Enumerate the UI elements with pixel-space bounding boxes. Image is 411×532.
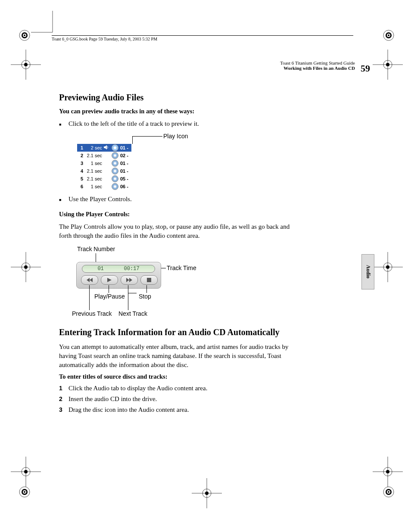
bullet-icon: ■ bbox=[59, 195, 68, 204]
list-item: 2Insert the audio CD into the drive. bbox=[59, 395, 300, 403]
track-title: 01 - bbox=[120, 168, 131, 174]
track-title: 05 - bbox=[120, 176, 131, 181]
svg-point-27 bbox=[24, 265, 28, 269]
track-index: 3 bbox=[77, 161, 83, 166]
disc-icon bbox=[112, 160, 118, 167]
svg-point-35 bbox=[24, 470, 28, 473]
track-duration: 1 sec bbox=[85, 184, 102, 189]
page-number: 59 bbox=[361, 63, 370, 74]
callout-label-play-icon: Play Icon bbox=[163, 133, 188, 140]
registration-mark-icon bbox=[17, 28, 32, 43]
svg-marker-48 bbox=[90, 278, 93, 282]
list-item: 1Click the Audio tab to display the Audi… bbox=[59, 385, 300, 392]
callout-line bbox=[128, 293, 137, 293]
callout-label-stop: Stop bbox=[139, 293, 151, 300]
track-row[interactable]: 61 sec06 - bbox=[77, 183, 131, 190]
lcd-track-number: 01 bbox=[97, 266, 103, 272]
svg-point-11 bbox=[24, 491, 25, 493]
section-title: Working with Files in an Audio CD bbox=[280, 65, 355, 71]
svg-point-19 bbox=[24, 63, 28, 66]
svg-marker-50 bbox=[126, 278, 129, 282]
track-row[interactable]: 31 sec01 - bbox=[77, 159, 131, 167]
callout-line bbox=[146, 285, 147, 293]
heading-previewing: Previewing Audio Files bbox=[59, 93, 300, 103]
crop-mark-icon bbox=[11, 457, 41, 488]
callout-label-next-track: Next Track bbox=[118, 310, 147, 317]
track-row[interactable]: 22.1 sec02 - bbox=[77, 152, 131, 159]
step-text: Click the Audio tab to display the Audio… bbox=[68, 385, 300, 392]
running-head: Toast 6 Titanium Getting Started Guide W… bbox=[280, 60, 355, 71]
heading-entering-track-info: Entering Track Information for an Audio … bbox=[59, 327, 300, 337]
track-list: 12 sec01 -22.1 sec02 -31 sec01 -42.1 sec… bbox=[77, 144, 131, 190]
figure-track-list: Play Icon 12 sec01 -22.1 sec02 -31 sec01… bbox=[77, 133, 300, 193]
svg-marker-47 bbox=[87, 278, 90, 282]
registration-mark-icon bbox=[381, 28, 396, 43]
bullet-item: ■ Click to the left of the title of a tr… bbox=[59, 119, 300, 128]
svg-point-23 bbox=[386, 63, 389, 66]
bullet-icon: ■ bbox=[59, 119, 68, 128]
spacer bbox=[104, 153, 110, 158]
disc-icon bbox=[112, 183, 118, 190]
track-title: 01 - bbox=[120, 161, 131, 166]
track-index: 1 bbox=[77, 145, 83, 150]
speaker-icon bbox=[104, 145, 110, 150]
bullet-text: Use the Player Controls. bbox=[68, 195, 300, 204]
crop-mark-icon bbox=[11, 50, 41, 81]
header-text: Toast 6_0 GSG.book Page 59 Tuesday, July… bbox=[52, 37, 157, 41]
side-tab-audio: Audio bbox=[361, 254, 374, 289]
spacer bbox=[104, 184, 110, 189]
callout-line bbox=[89, 285, 90, 310]
disc-icon bbox=[112, 168, 118, 174]
list-item: 3Drag the disc icon into the Audio conte… bbox=[59, 406, 300, 414]
svg-rect-52 bbox=[147, 278, 151, 282]
svg-marker-49 bbox=[107, 278, 112, 282]
lead-enter-titles: To enter titles of source discs and trac… bbox=[59, 373, 300, 380]
bullet-item: ■ Use the Player Controls. bbox=[59, 195, 300, 204]
next-track-button[interactable] bbox=[121, 275, 138, 285]
step-text: Insert the audio CD into the drive. bbox=[68, 395, 300, 403]
previous-track-button[interactable] bbox=[81, 275, 98, 285]
disc-icon bbox=[112, 144, 118, 151]
disc-icon bbox=[112, 175, 118, 182]
callout-label-track-number: Track Number bbox=[77, 246, 115, 252]
callout-line bbox=[132, 136, 162, 137]
numbered-list: 1Click the Audio tab to display the Audi… bbox=[59, 385, 300, 414]
figure-player-controls: Track Number Track Time 01 00:17 Play/Pa… bbox=[68, 246, 300, 323]
track-title: 02 - bbox=[120, 153, 131, 158]
svg-point-43 bbox=[205, 492, 209, 495]
crop-mark-icon bbox=[373, 50, 403, 81]
callout-label-play-pause: Play/Pause bbox=[94, 293, 125, 300]
track-title: 06 - bbox=[120, 184, 131, 189]
step-number: 2 bbox=[59, 395, 68, 403]
bullet-text: Click to the left of the title of a trac… bbox=[68, 119, 300, 128]
crop-mark-icon bbox=[192, 478, 222, 510]
track-duration: 2 sec bbox=[85, 145, 102, 150]
track-row[interactable]: 52.1 sec05 - bbox=[77, 175, 131, 183]
track-duration: 1 sec bbox=[85, 161, 102, 166]
callout-line bbox=[128, 285, 128, 310]
callout-line bbox=[132, 136, 133, 144]
track-index: 4 bbox=[77, 168, 83, 174]
svg-point-3 bbox=[24, 34, 25, 36]
side-tab-label: Audio bbox=[365, 265, 371, 278]
callout-label-previous-track: Previous Track bbox=[72, 310, 112, 317]
spacer bbox=[104, 176, 110, 181]
paragraph: You can attempt to automatically enter a… bbox=[59, 342, 300, 370]
svg-marker-51 bbox=[129, 278, 132, 282]
track-index: 5 bbox=[77, 176, 83, 181]
svg-point-7 bbox=[388, 34, 389, 36]
lcd-track-time: 00:17 bbox=[124, 266, 140, 272]
track-row[interactable]: 42.1 sec01 - bbox=[77, 167, 131, 175]
callout-line bbox=[109, 285, 109, 293]
player-control-panel: 01 00:17 bbox=[76, 262, 161, 289]
track-row[interactable]: 12 sec01 - bbox=[77, 144, 131, 152]
step-text: Drag the disc icon into the Audio conten… bbox=[68, 406, 300, 414]
play-pause-button[interactable] bbox=[101, 275, 118, 285]
spacer bbox=[104, 168, 110, 174]
stop-button[interactable] bbox=[140, 275, 158, 285]
page-header-footer: Toast 6_0 GSG.book Page 59 Tuesday, July… bbox=[52, 35, 353, 41]
step-number: 1 bbox=[59, 385, 68, 392]
track-duration: 2.1 sec bbox=[85, 168, 102, 174]
callout-label-track-time: Track Time bbox=[167, 264, 196, 271]
track-duration: 2.1 sec bbox=[85, 153, 102, 158]
